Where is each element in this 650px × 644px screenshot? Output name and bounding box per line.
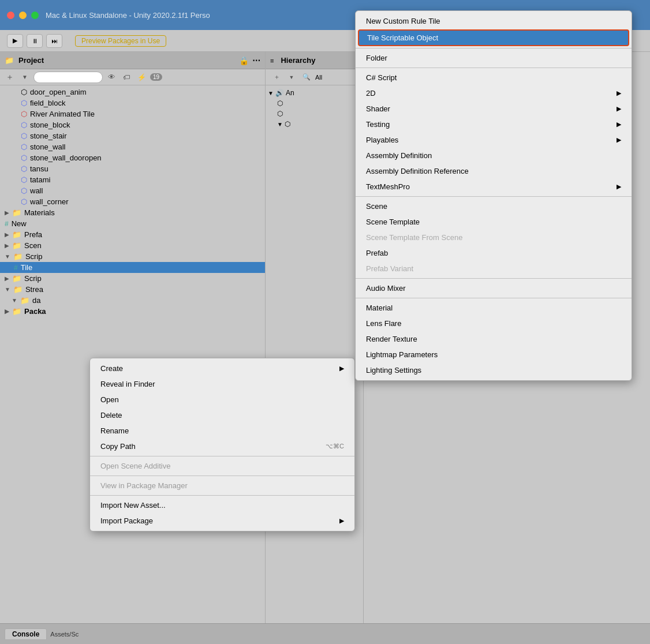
ctx-copy-path[interactable]: Copy Path ⌥⌘C (90, 439, 354, 454)
separator (356, 278, 632, 279)
list-item[interactable]: ⬡ tatami (0, 174, 265, 185)
menu-icon[interactable]: ⋯ (252, 56, 260, 65)
sub-folder[interactable]: Folder (356, 50, 632, 66)
list-item[interactable]: ⬡ wall (0, 185, 265, 196)
hierarchy-item[interactable]: ▼ ⬡ (268, 119, 361, 129)
sub-shader[interactable]: Shader ▶ (356, 101, 632, 117)
sub-2d[interactable]: 2D ▶ (356, 85, 632, 101)
sub-new-custom-rule-tile[interactable]: New Custom Rule Tile (356, 13, 632, 29)
pause-button[interactable]: ⏸ (27, 34, 43, 48)
ctx-import-new[interactable]: Import New Asset... (90, 497, 354, 513)
search-input[interactable] (33, 72, 103, 83)
folder-item[interactable]: ▶ 📁 Materials (0, 207, 265, 218)
sub-tile-scriptable-object[interactable]: Tile Scriptable Object (358, 29, 629, 46)
dropdown-arrow[interactable]: ▼ (18, 71, 31, 84)
separator (356, 48, 632, 48)
collapse-arrow: ▼ (12, 297, 17, 304)
cube-icon: ⬡ (21, 110, 27, 118)
folder-icon: 📁 (20, 296, 29, 305)
collapse-arrow: ▶ (5, 231, 9, 238)
folder-item[interactable]: ▼ 📁 da (0, 295, 265, 306)
ctx-open[interactable]: Open (90, 392, 354, 407)
maximize-button[interactable] (31, 12, 39, 19)
sub-assembly-def[interactable]: Assembly Definition (356, 148, 632, 163)
file-name: tansu (30, 164, 48, 173)
folder-item[interactable]: ▶ 📁 Scen (0, 240, 265, 251)
sub-render-texture[interactable]: Render Texture (356, 331, 632, 347)
list-item[interactable]: ⬡ wall_corner (0, 196, 265, 207)
sub-lighting-settings[interactable]: Lighting Settings (356, 362, 632, 378)
preview-badge[interactable]: Preview Packages in Use (75, 35, 166, 47)
bottom-bar: Console Assets/Sc (0, 623, 650, 644)
sub-lens-flare[interactable]: Lens Flare (356, 316, 632, 331)
folder-name: Scrip (25, 252, 43, 261)
hierarchy-item[interactable]: ⬡ (268, 98, 361, 108)
sub-lightmap-parameters[interactable]: Lightmap Parameters (356, 347, 632, 362)
sub-scene-template-from-scene: Scene Template From Scene (356, 230, 632, 245)
sub-audio-mixer[interactable]: Audio Mixer (356, 280, 632, 296)
sub-textmeshpro[interactable]: TextMeshPro ▶ (356, 179, 632, 194)
cube-icon: ⬡ (285, 120, 290, 128)
list-item[interactable]: ⬡ field_block (0, 98, 265, 108)
create-submenu: New Custom Rule Tile Tile Scriptable Obj… (355, 10, 632, 381)
dropdown-arrow[interactable]: ▼ (285, 71, 298, 84)
list-item[interactable]: ⬡ stone_wall_dooropen (0, 152, 265, 163)
minimize-button[interactable] (19, 12, 27, 19)
filter-icon[interactable]: ⚡ (135, 71, 148, 84)
file-name: stone_block (30, 121, 70, 129)
filter-label: All (315, 74, 322, 81)
list-item[interactable]: ⬡ tansu (0, 163, 265, 174)
sub-scene-template[interactable]: Scene Template (356, 214, 632, 230)
sub-label: Testing (366, 120, 390, 129)
file-name: stone_stair (30, 132, 67, 140)
sub-csharp-script[interactable]: C# Script (356, 70, 632, 85)
folder-item[interactable]: ▶ 📁 Packa (0, 306, 265, 317)
step-button[interactable]: ⏭ (46, 34, 62, 48)
list-item[interactable]: ⬡ door_open_anim (0, 87, 265, 98)
sub-assembly-def-ref[interactable]: Assembly Definition Reference (356, 163, 632, 179)
folder-item[interactable]: ▼ 📁 Scrip (0, 251, 265, 262)
add-button[interactable]: ＋ (270, 71, 283, 84)
sub-prefab[interactable]: Prefab (356, 245, 632, 261)
sub-label: Scene Template From Scene (366, 233, 462, 242)
separator (90, 495, 354, 496)
sub-scene[interactable]: Scene (356, 199, 632, 214)
list-item[interactable]: # Tile (0, 262, 265, 273)
sub-label: Playables (366, 136, 398, 144)
list-item[interactable]: ⬡ stone_block (0, 119, 265, 130)
sub-label: Assembly Definition (366, 151, 432, 160)
eye-icon[interactable]: 👁 (105, 71, 118, 84)
list-item[interactable]: # New (0, 218, 265, 229)
folder-item[interactable]: ▼ 📁 Strea (0, 284, 265, 295)
sub-material[interactable]: Material (356, 300, 632, 316)
filter-count-badge: 19 (150, 73, 162, 81)
add-button[interactable]: ＋ (3, 71, 16, 84)
ctx-rename[interactable]: Rename (90, 423, 354, 439)
separator (90, 456, 354, 456)
tag-icon[interactable]: 🏷 (120, 71, 133, 84)
play-button[interactable]: ▶ (7, 34, 23, 48)
list-item[interactable]: ⬡ stone_wall (0, 141, 265, 152)
file-name: field_block (30, 99, 65, 107)
ctx-create[interactable]: Create ▶ (90, 361, 354, 376)
folder-item[interactable]: ▶ 📁 Prefa (0, 229, 265, 240)
sub-label: Scene (366, 202, 387, 211)
list-item[interactable]: ⬡ River Animated Tile (0, 108, 265, 119)
ctx-delete[interactable]: Delete (90, 407, 354, 423)
folder-name: Strea (25, 285, 43, 294)
search-icon[interactable]: 🔍 (300, 71, 313, 84)
hierarchy-item[interactable]: ⬡ (268, 108, 361, 119)
close-button[interactable] (7, 12, 14, 19)
folder-icon: 📁 (12, 241, 21, 250)
console-tab[interactable]: Console (5, 628, 47, 640)
list-item[interactable]: ⬡ stone_stair (0, 130, 265, 141)
ctx-reveal[interactable]: Reveal in Finder (90, 376, 354, 392)
hash-icon: # (14, 264, 18, 272)
sub-playables[interactable]: Playables ▶ (356, 132, 632, 148)
sub-label: Folder (366, 54, 387, 62)
submenu-arrow: ▶ (617, 183, 621, 190)
sub-testing[interactable]: Testing ▶ (356, 117, 632, 132)
ctx-import-package[interactable]: Import Package ▶ (90, 513, 354, 529)
hierarchy-item[interactable]: ▼ 🔊 An (268, 88, 361, 98)
folder-item[interactable]: ▶ 📁 Scrip (0, 273, 265, 284)
